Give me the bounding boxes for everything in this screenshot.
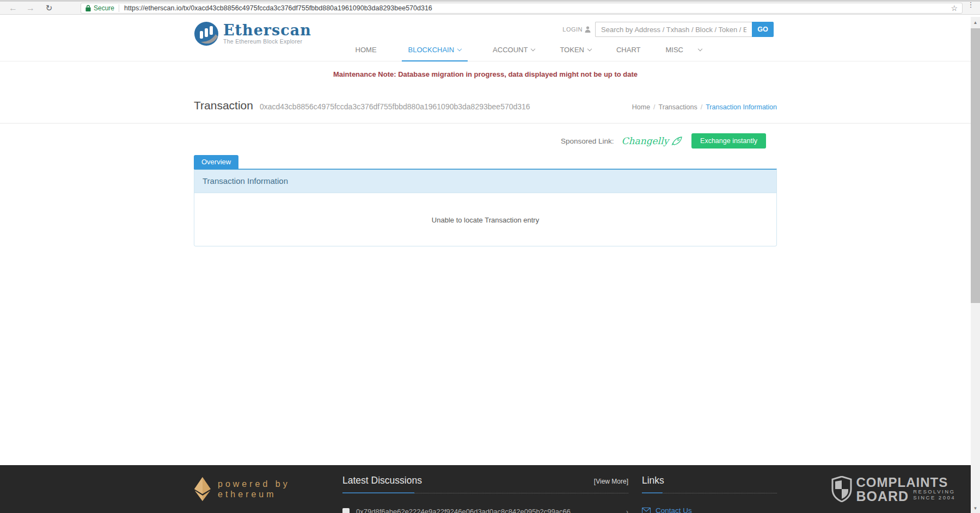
maintenance-note: Maintenance Note: Database migration in …	[333, 70, 638, 78]
nav-item-misc[interactable]: MISC	[666, 46, 702, 61]
ethereum-logo-icon	[194, 477, 211, 501]
sponsored-label: Sponsored Link:	[561, 137, 614, 145]
board-word: BOARD	[856, 490, 909, 502]
site-header: Etherscan The Ethereum Block Explorer LO…	[0, 17, 971, 61]
address-bar[interactable]: Secure https://etherscan.io/tx/0xacd43cb…	[81, 3, 963, 14]
since-text: SINCE 2004	[913, 495, 955, 500]
browser-forward-icon[interactable]: →	[24, 2, 37, 14]
section-divider	[642, 493, 777, 493]
scroll-down-icon[interactable]: ▼	[971, 504, 980, 513]
discussion-list-item[interactable]: 0x79d8f6abe62e2224e9a22f9246e06d3ad0ac8c…	[342, 508, 628, 513]
discussion-link[interactable]: 0x79d8f6abe62e2224e9a22f9246e06d3ad0ac8c…	[356, 508, 615, 513]
omnibox-divider	[119, 4, 119, 12]
changelly-logo[interactable]: Changelly	[622, 135, 683, 146]
breadcrumb-home[interactable]: Home	[632, 103, 650, 111]
scrollbar-thumb[interactable]	[971, 28, 980, 303]
contact-us-link[interactable]: Contact Us	[656, 506, 692, 513]
breadcrumb-separator: /	[701, 103, 702, 111]
complaints-board-logo[interactable]: COMPLAINTS BOARD RESOLVING SINCE 2004	[831, 476, 955, 502]
page-body: Etherscan The Ethereum Block Explorer LO…	[0, 17, 971, 513]
panel-message: Unable to locate Transaction entry	[432, 216, 539, 224]
browser-back-icon[interactable]: ←	[7, 2, 20, 14]
secure-label: Secure	[94, 4, 114, 12]
screenshot-root: ← → ↻ Secure https://etherscan.io/tx/0xa…	[0, 0, 980, 513]
site-footer: powered by ethereum Latest Discussions […	[0, 465, 971, 513]
scroll-up-icon[interactable]: ▲	[971, 18, 980, 27]
user-icon	[585, 26, 591, 33]
nav-item-token[interactable]: TOKEN	[560, 46, 591, 61]
chevron-down-icon	[698, 47, 702, 51]
url-text[interactable]: https://etherscan.io/tx/0xacd43cb8856c49…	[124, 4, 946, 12]
browser-menu-icon[interactable]: ⋮	[967, 3, 975, 7]
page-scrollbar[interactable]: ▲ ▼	[971, 17, 980, 513]
nav-label: CHART	[616, 46, 641, 54]
etherscan-logo-icon	[194, 21, 219, 46]
page-title: Transaction	[194, 99, 253, 112]
view-more-link[interactable]: [View More]	[594, 478, 628, 485]
chevron-right-icon[interactable]: ›	[626, 508, 628, 513]
latest-discussions-section: Latest Discussions [View More] 0x79d8f6a…	[342, 475, 628, 513]
nav-item-blockchain[interactable]: BLOCKCHAIN	[402, 46, 468, 61]
links-section: Links Contact Us	[642, 475, 777, 513]
nav-label: ACCOUNT	[493, 46, 528, 54]
browser-reload-icon[interactable]: ↻	[42, 2, 56, 14]
padlock-icon	[85, 5, 91, 11]
tab-overview[interactable]: Overview	[194, 155, 238, 169]
sponsored-link-row: Sponsored Link: Changelly Exchange insta…	[561, 133, 766, 149]
nav-label: BLOCKCHAIN	[408, 46, 455, 54]
search-input[interactable]	[595, 22, 752, 37]
chevron-down-icon	[587, 47, 592, 51]
links-title: Links	[642, 475, 664, 486]
transaction-panel: Transaction Information Unable to locate…	[194, 169, 777, 246]
powered-by-line2: ethereum	[218, 489, 290, 499]
nav-item-account[interactable]: ACCOUNT	[493, 46, 535, 61]
powered-by-line1: powered by	[218, 479, 290, 489]
login-link[interactable]: LOGIN	[562, 26, 591, 33]
main-nav: HOME BLOCKCHAIN ACCOUNT TOKEN	[356, 46, 702, 61]
discussions-title: Latest Discussions	[342, 475, 422, 486]
logo-tagline: The Ethereum Block Explorer	[223, 38, 311, 45]
transaction-header: Transaction 0xacd43cb8856c4975fccda3c376…	[0, 87, 971, 123]
chevron-down-icon	[457, 47, 462, 51]
rocket-icon	[671, 136, 683, 146]
breadcrumb-transactions[interactable]: Transactions	[659, 103, 697, 111]
login-label: LOGIN	[562, 26, 583, 33]
breadcrumb-current: Transaction Information	[706, 103, 777, 111]
browser-toolbar: ← → ↻ Secure https://etherscan.io/tx/0xa…	[0, 0, 980, 15]
nav-label: HOME	[356, 46, 377, 54]
search-go-button[interactable]: GO	[752, 22, 774, 37]
exchange-instantly-button[interactable]: Exchange instantly	[691, 133, 766, 149]
changelly-brand-text: Changelly	[622, 135, 669, 146]
transaction-hash: 0xacd43cb8856c4975fccda3c376df755fbbd880…	[260, 102, 530, 111]
resolving-text: RESOLVING	[913, 489, 955, 495]
breadcrumb: Home/Transactions/Transaction Informatio…	[632, 103, 777, 111]
envelope-icon	[642, 508, 651, 513]
panel-title: Transaction Information	[203, 176, 288, 186]
nav-item-chart[interactable]: CHART	[616, 46, 641, 61]
discussion-bullet-icon	[342, 508, 350, 513]
panel-heading: Transaction Information	[194, 170, 776, 193]
nav-label: MISC	[666, 46, 684, 54]
bookmark-star-icon[interactable]: ☆	[951, 4, 958, 13]
powered-by-ethereum: powered by ethereum	[194, 477, 290, 501]
panel-body: Unable to locate Transaction entry	[194, 193, 776, 246]
logo-title: Etherscan	[223, 23, 311, 38]
maintenance-banner: Maintenance Note: Database migration in …	[0, 61, 971, 87]
breadcrumb-separator: /	[653, 103, 655, 111]
nav-item-home[interactable]: HOME	[356, 46, 377, 61]
etherscan-logo[interactable]: Etherscan The Ethereum Block Explorer	[194, 21, 311, 46]
shield-icon	[831, 476, 852, 502]
section-divider	[342, 493, 628, 493]
chevron-down-icon	[531, 47, 535, 51]
complaints-word: COMPLAINTS	[856, 477, 955, 489]
nav-label: TOKEN	[560, 46, 584, 54]
